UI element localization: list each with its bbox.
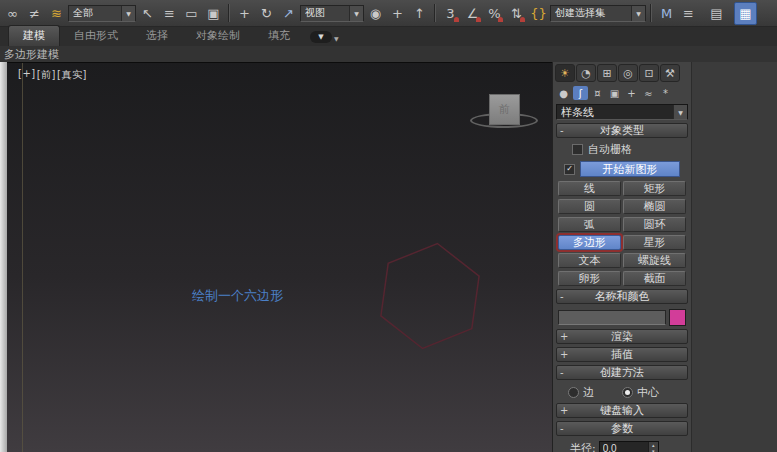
object-type-rollout-header[interactable]: - 对象类型	[556, 123, 688, 138]
main-toolbar: ∞ ≠ ≋ 全部 ▼ ↖ ≡ ▭ ▣ + ↻ ↗ 视图 ▼ ◉ + ↑ 3 ∠ …	[0, 0, 777, 27]
spinner-down-icon[interactable]: ▾	[649, 449, 658, 452]
use-pivot-center-icon[interactable]: ◉	[365, 3, 386, 24]
egg-button[interactable]: 卵形	[558, 271, 621, 286]
tab-modeling[interactable]: 建模	[8, 25, 60, 46]
chevron-down-icon[interactable]: ▼	[349, 6, 363, 21]
line-button[interactable]: 线	[558, 181, 621, 196]
create-tab-icon[interactable]: ☀	[555, 64, 575, 82]
named-selection-set-value: 创建选择集	[555, 6, 628, 20]
select-and-scale-icon[interactable]: ↗	[278, 3, 299, 24]
start-new-shape-button[interactable]: 开始新图形	[580, 161, 680, 177]
circle-button[interactable]: 圆	[558, 199, 621, 214]
selection-filter-value: 全部	[73, 6, 118, 20]
layer-manager-icon[interactable]: ▤	[706, 3, 727, 24]
bind-to-space-warp-icon[interactable]: ≋	[46, 3, 67, 24]
polygon-modeling-panel-label[interactable]: 多边形建模	[4, 47, 59, 62]
select-object-icon[interactable]: ↖	[137, 3, 158, 24]
parameters-rollout-header[interactable]: - 参数	[556, 421, 688, 436]
select-and-manipulate-icon[interactable]: +	[387, 3, 408, 24]
helpers-category-icon[interactable]: +	[624, 86, 639, 100]
rendering-rollout: + 渲染	[556, 329, 688, 344]
center-radio-option[interactable]: 中心	[622, 385, 659, 400]
spinner-arrows[interactable]: ▴ ▾	[648, 442, 658, 452]
mirror-icon[interactable]: M	[656, 3, 677, 24]
select-and-link-icon[interactable]: ∞	[2, 3, 23, 24]
star-button[interactable]: 星形	[623, 235, 686, 250]
command-panel-tabs: ☀ ◔ ⊞ ◎ ⊡ ⚒	[553, 63, 691, 82]
tab-object-paint[interactable]: 对象绘制	[182, 26, 254, 46]
edit-named-selection-sets-icon[interactable]: {}	[528, 3, 549, 24]
hexagon-outline[interactable]	[381, 244, 479, 349]
tab-selection[interactable]: 选择	[132, 26, 182, 46]
keyboard-override-icon[interactable]: ↑	[409, 3, 430, 24]
edge-radio-option[interactable]: 边	[568, 385, 594, 400]
snap-toggle-3d-icon[interactable]: 3	[440, 3, 461, 24]
select-and-rotate-icon[interactable]: ↻	[256, 3, 277, 24]
tab-populate[interactable]: 填充	[254, 26, 304, 46]
front-viewport[interactable]: [+] [前] [真实] 前 绘制一个六边形	[7, 62, 552, 452]
radio-icon	[568, 387, 579, 398]
start-new-shape-checkbox[interactable]: ✓	[564, 164, 575, 175]
utilities-tab-icon[interactable]: ⚒	[660, 64, 680, 82]
modify-tab-icon[interactable]: ◔	[576, 64, 596, 82]
ellipse-button[interactable]: 椭圆	[623, 199, 686, 214]
name-color-row	[558, 309, 686, 326]
spinner-snap-icon[interactable]: ⇅	[506, 3, 527, 24]
object-type-rollout: - 对象类型 自动栅格 ✓ 开始新图形 线 矩形 圆 椭圆 弧 圆环 多边形 星…	[556, 123, 688, 286]
chevron-down-icon[interactable]: ▼	[121, 6, 135, 21]
tab-freeform[interactable]: 自由形式	[60, 26, 132, 46]
viewport-menu-shading[interactable]: [真实]	[57, 68, 87, 82]
create-category-row: ● ʃ ¤ ▣ + ≈ *	[553, 82, 691, 102]
reference-coordinate-dropdown[interactable]: 视图 ▼	[300, 5, 364, 22]
object-color-swatch[interactable]	[669, 309, 686, 326]
edge-radio-label: 边	[583, 385, 594, 400]
rectangle-button[interactable]: 矩形	[623, 181, 686, 196]
selection-filter-dropdown[interactable]: 全部 ▼	[68, 5, 136, 22]
shape-name-field[interactable]	[558, 310, 666, 325]
toolbar-separator	[650, 4, 652, 22]
radius-spinner[interactable]: ▴ ▾	[599, 441, 659, 452]
ribbon-toggle-icon[interactable]: ▦	[734, 2, 757, 25]
align-icon[interactable]: ≡	[678, 3, 699, 24]
creation-method-rollout-header[interactable]: - 创建方法	[556, 365, 688, 380]
hierarchy-tab-icon[interactable]: ⊞	[597, 64, 617, 82]
motion-tab-icon[interactable]: ◎	[618, 64, 638, 82]
select-and-move-icon[interactable]: +	[234, 3, 255, 24]
donut-button[interactable]: 圆环	[623, 217, 686, 232]
viewport-menu-view[interactable]: [前]	[37, 68, 56, 82]
percent-snap-icon[interactable]: %	[484, 3, 505, 24]
radius-row: 半径: ▴ ▾	[570, 441, 688, 452]
select-by-name-icon[interactable]: ≡	[159, 3, 180, 24]
rendering-rollout-header[interactable]: + 渲染	[556, 329, 688, 344]
ribbon-minimize-button[interactable]: ▼	[310, 31, 332, 43]
arc-button[interactable]: 弧	[558, 217, 621, 232]
polygon-button[interactable]: 多边形	[558, 235, 621, 250]
lights-category-icon[interactable]: ¤	[590, 86, 605, 100]
shape-category-dropdown[interactable]: 样条线 ▼	[556, 104, 688, 120]
keyboard-entry-rollout: + 键盘输入	[556, 403, 688, 418]
autogrid-checkbox[interactable]	[572, 144, 583, 155]
unlink-selection-icon[interactable]: ≠	[24, 3, 45, 24]
viewcube[interactable]: 前	[489, 94, 520, 125]
viewport-menu-plus[interactable]: [+]	[18, 68, 36, 82]
geometry-category-icon[interactable]: ●	[556, 86, 571, 100]
shapes-category-icon[interactable]: ʃ	[573, 86, 588, 100]
cameras-category-icon[interactable]: ▣	[607, 86, 622, 100]
display-tab-icon[interactable]: ⊡	[639, 64, 659, 82]
window-crossing-icon[interactable]: ▣	[203, 3, 224, 24]
radius-field[interactable]	[600, 442, 648, 452]
text-button[interactable]: 文本	[558, 253, 621, 268]
chevron-down-icon[interactable]: ▼	[673, 105, 687, 119]
helix-button[interactable]: 螺旋线	[623, 253, 686, 268]
space-warps-category-icon[interactable]: ≈	[641, 86, 656, 100]
angle-snap-icon[interactable]: ∠	[462, 3, 483, 24]
chevron-down-icon[interactable]: ▼	[631, 6, 645, 21]
rectangular-selection-region-icon[interactable]: ▭	[181, 3, 202, 24]
chevron-down-icon[interactable]: ▼	[334, 35, 339, 42]
keyboard-entry-rollout-header[interactable]: + 键盘输入	[556, 403, 688, 418]
systems-category-icon[interactable]: *	[658, 86, 673, 100]
name-color-rollout-header[interactable]: - 名称和颜色	[556, 289, 688, 304]
section-button[interactable]: 截面	[623, 271, 686, 286]
interpolation-rollout-header[interactable]: + 插值	[556, 347, 688, 362]
named-selection-set-dropdown[interactable]: 创建选择集 ▼	[550, 5, 646, 22]
